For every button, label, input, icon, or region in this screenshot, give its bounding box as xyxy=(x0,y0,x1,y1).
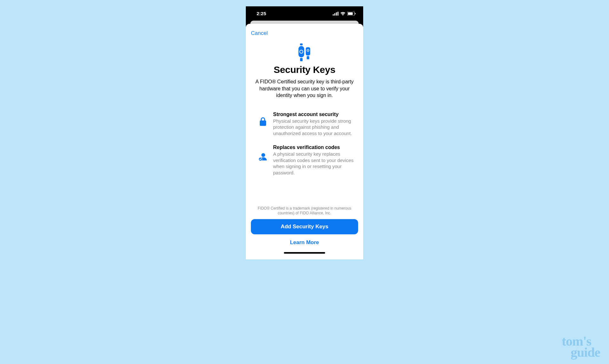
feature-title: Strongest account security xyxy=(273,112,354,117)
svg-rect-7 xyxy=(300,43,303,45)
person-check-icon xyxy=(259,145,267,176)
svg-rect-1 xyxy=(334,13,335,16)
cellular-icon xyxy=(333,12,338,16)
svg-rect-3 xyxy=(337,12,338,16)
learn-more-link[interactable]: Learn More xyxy=(290,239,319,246)
svg-rect-2 xyxy=(336,12,337,16)
svg-rect-12 xyxy=(307,56,309,59)
svg-point-14 xyxy=(308,50,308,51)
svg-rect-5 xyxy=(348,12,353,15)
svg-rect-6 xyxy=(355,13,356,14)
status-time: 2:25 xyxy=(257,11,266,16)
page-subtitle: A FIDO® Certified security key is third-… xyxy=(251,78,358,99)
svg-rect-8 xyxy=(298,46,304,57)
cancel-button[interactable]: Cancel xyxy=(251,30,268,36)
sheet-footer: FIDO® Certified is a trademark (register… xyxy=(251,206,358,259)
svg-rect-9 xyxy=(300,58,303,61)
background-sheet-peek xyxy=(250,21,359,24)
svg-rect-15 xyxy=(260,120,266,126)
svg-point-16 xyxy=(261,153,265,157)
feature-item-security: Strongest account security Physical secu… xyxy=(259,112,354,137)
feature-item-verification: Replaces verification codes A physical s… xyxy=(259,145,354,176)
status-indicators xyxy=(333,12,356,16)
security-keys-icon xyxy=(251,43,358,62)
wifi-icon xyxy=(340,12,345,16)
phone-frame: 2:25 Cancel xyxy=(246,6,363,259)
add-security-keys-button[interactable]: Add Security Keys xyxy=(251,219,358,234)
lock-icon xyxy=(259,112,267,137)
feature-description: A physical security key replaces verific… xyxy=(273,151,354,176)
battery-icon xyxy=(347,12,356,16)
feature-description: Physical security keys provide strong pr… xyxy=(273,118,354,137)
security-keys-sheet: Cancel Security Keys xyxy=(246,24,363,259)
svg-rect-0 xyxy=(333,14,334,16)
status-bar: 2:25 xyxy=(246,6,363,21)
feature-list: Strongest account security Physical secu… xyxy=(251,112,358,184)
feature-title: Replaces verification codes xyxy=(273,145,354,150)
toms-guide-watermark: tom's guide xyxy=(562,336,600,358)
hero-section: Security Keys A FIDO® Certified security… xyxy=(251,43,358,99)
trademark-text: FIDO® Certified is a trademark (register… xyxy=(251,206,358,216)
watermark-line2: guide xyxy=(562,347,600,358)
page-title: Security Keys xyxy=(251,64,358,75)
home-indicator[interactable] xyxy=(284,252,325,254)
